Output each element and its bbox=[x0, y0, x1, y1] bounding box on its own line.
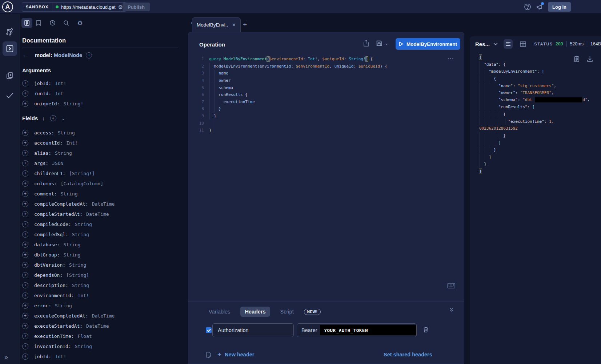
field-row[interactable]: +alias:String bbox=[22, 149, 72, 157]
auth-token-value[interactable]: YOUR_AUTH_TOKEN bbox=[320, 325, 416, 335]
graphql-editor[interactable]: 1query ModelByEnvironment($environmentId… bbox=[193, 56, 387, 134]
add-to-query-icon[interactable]: + bbox=[22, 150, 28, 156]
explorer-icon[interactable] bbox=[3, 41, 17, 56]
run-operation-button[interactable]: ModelByEnvironment bbox=[396, 38, 460, 50]
add-all-fields-icon[interactable]: + bbox=[50, 115, 56, 121]
field-type[interactable]: String! bbox=[63, 101, 83, 106]
add-to-query-icon[interactable]: + bbox=[22, 90, 28, 97]
field-type[interactable]: String bbox=[75, 222, 92, 227]
saved-operations-bookmark-icon[interactable] bbox=[33, 18, 44, 28]
keyboard-shortcuts-icon[interactable] bbox=[447, 283, 455, 288]
field-row[interactable]: +columns:[CatalogColumn] bbox=[22, 179, 103, 187]
tab-variables[interactable]: Variables bbox=[204, 307, 235, 317]
field-row[interactable]: +error:String bbox=[22, 302, 72, 310]
documentation-tab-icon[interactable] bbox=[21, 18, 32, 28]
add-to-query-icon[interactable]: + bbox=[22, 353, 28, 360]
collapse-bottom-panel-icon[interactable] bbox=[449, 307, 454, 312]
add-to-query-icon[interactable]: + bbox=[22, 333, 28, 339]
argument-row[interactable]: +uniqueId:String! bbox=[22, 100, 83, 108]
header-enabled-checkbox[interactable] bbox=[206, 327, 212, 333]
add-to-query-icon[interactable]: + bbox=[22, 282, 28, 288]
operation-tab[interactable]: ModelByEnvi... ✕ bbox=[192, 17, 241, 32]
add-to-query-icon[interactable]: + bbox=[22, 211, 28, 217]
add-to-query-icon[interactable]: + bbox=[22, 343, 28, 349]
save-operation-icon[interactable] bbox=[376, 40, 382, 46]
add-to-query-icon[interactable]: + bbox=[22, 262, 28, 268]
field-type[interactable]: DateTime bbox=[92, 201, 115, 207]
response-dropdown-chevron-icon[interactable] bbox=[493, 43, 498, 45]
field-type[interactable]: Int! bbox=[78, 293, 89, 298]
table-view-toggle-icon[interactable] bbox=[518, 39, 528, 49]
announcements-icon[interactable] bbox=[536, 3, 543, 11]
field-row[interactable]: +jobId:Int! bbox=[22, 352, 66, 360]
add-to-query-icon[interactable]: + bbox=[22, 221, 28, 227]
field-row[interactable]: +dbtVersion:String bbox=[22, 261, 86, 269]
search-icon[interactable] bbox=[61, 18, 72, 28]
field-row[interactable]: +compiledSql:String bbox=[22, 230, 89, 238]
doc-back-icon[interactable]: ← bbox=[22, 52, 28, 59]
checklist-icon[interactable] bbox=[3, 88, 17, 102]
help-icon[interactable] bbox=[524, 3, 531, 11]
field-row[interactable]: +executeCompletedAt:DateTime bbox=[22, 312, 115, 320]
field-row[interactable]: +database:String bbox=[22, 240, 80, 248]
field-row[interactable]: +invocationId:String bbox=[22, 342, 92, 350]
header-value-input[interactable]: Bearer YOUR_AUTH_TOKEN bbox=[297, 323, 417, 337]
add-to-query-icon[interactable]: + bbox=[22, 160, 28, 166]
share-operation-icon[interactable] bbox=[363, 40, 369, 47]
field-row[interactable]: +executionTime:Float bbox=[22, 332, 92, 340]
editor-more-menu-icon[interactable]: ... bbox=[448, 54, 454, 60]
add-to-query-icon[interactable]: + bbox=[22, 140, 28, 146]
fields-options-chevron-icon[interactable]: ⌄ bbox=[61, 116, 65, 121]
add-field-icon[interactable]: + bbox=[86, 52, 92, 58]
set-shared-headers-link[interactable]: Set shared headers bbox=[384, 352, 432, 357]
field-type[interactable]: String bbox=[63, 242, 80, 247]
field-type[interactable]: String bbox=[72, 232, 89, 237]
field-type[interactable]: String bbox=[69, 262, 86, 268]
edit-as-json-icon[interactable] bbox=[205, 351, 212, 358]
field-type[interactable]: DateTime bbox=[92, 313, 115, 319]
field-type[interactable]: Int! bbox=[66, 140, 77, 146]
field-row[interactable]: +comment:String bbox=[22, 190, 78, 198]
add-to-query-icon[interactable]: + bbox=[22, 130, 28, 136]
add-to-query-icon[interactable]: + bbox=[22, 101, 28, 107]
field-type[interactable]: DateTime bbox=[86, 323, 109, 329]
explorer-settings-gear-icon[interactable]: ⚙ bbox=[75, 18, 85, 28]
new-tab-icon[interactable]: + bbox=[243, 21, 247, 29]
endpoint-url-input[interactable]: https://metadata.cloud.get bbox=[61, 4, 116, 10]
schema-graph-icon[interactable] bbox=[3, 25, 17, 39]
field-type[interactable]: Int! bbox=[55, 354, 66, 359]
field-type[interactable]: String bbox=[55, 150, 72, 156]
publish-button[interactable]: Publish bbox=[123, 3, 150, 11]
sort-fields-icon[interactable]: ↓ bbox=[42, 115, 45, 121]
field-type[interactable]: [CatalogColumn] bbox=[61, 181, 103, 186]
field-type[interactable]: String bbox=[75, 344, 92, 349]
field-type[interactable]: [String!] bbox=[69, 171, 95, 176]
tab-script[interactable]: Script bbox=[276, 307, 298, 317]
save-options-chevron-icon[interactable]: ⌄ bbox=[385, 41, 388, 46]
field-row[interactable]: +childrenL1:[String!] bbox=[22, 169, 95, 177]
expand-rail-icon[interactable]: » bbox=[4, 353, 8, 361]
field-row[interactable]: +dependsOn:[String] bbox=[22, 271, 89, 279]
history-icon[interactable] bbox=[47, 18, 58, 28]
add-to-query-icon[interactable]: + bbox=[22, 80, 28, 86]
delete-header-icon[interactable] bbox=[423, 326, 429, 333]
field-row[interactable]: +description:String bbox=[22, 281, 89, 289]
field-row[interactable]: +dbtGroup:String bbox=[22, 251, 80, 259]
add-to-query-icon[interactable]: + bbox=[22, 252, 28, 258]
field-type[interactable]: Int bbox=[55, 91, 63, 96]
field-type[interactable]: Int! bbox=[55, 81, 66, 86]
add-to-query-icon[interactable]: + bbox=[22, 323, 28, 329]
header-name-input[interactable]: Authorization bbox=[212, 323, 294, 337]
add-to-query-icon[interactable]: + bbox=[22, 313, 28, 319]
field-row[interactable]: +args:JSON bbox=[22, 159, 63, 167]
field-type[interactable]: String bbox=[58, 130, 75, 136]
add-to-query-icon[interactable]: + bbox=[22, 303, 28, 309]
add-to-query-icon[interactable]: + bbox=[22, 191, 28, 197]
add-to-query-icon[interactable]: + bbox=[22, 181, 28, 187]
field-row[interactable]: +access:String bbox=[22, 129, 75, 137]
field-type[interactable]: String bbox=[72, 283, 89, 288]
field-type[interactable]: String bbox=[61, 191, 78, 197]
add-to-query-icon[interactable]: + bbox=[22, 170, 28, 177]
argument-row[interactable]: +jobId:Int! bbox=[22, 79, 66, 87]
close-tab-icon[interactable]: ✕ bbox=[232, 22, 236, 28]
